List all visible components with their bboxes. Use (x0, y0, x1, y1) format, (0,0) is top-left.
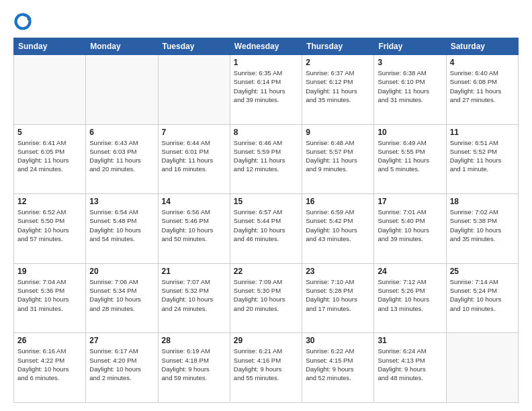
day-info: Sunrise: 6:51 AM Sunset: 5:52 PM Dayligh… (450, 138, 515, 174)
weekday-header-wednesday: Wednesday (230, 38, 302, 55)
day-info: Sunrise: 7:12 AM Sunset: 5:26 PM Dayligh… (378, 277, 442, 313)
calendar-table: SundayMondayTuesdayWednesdayThursdayFrid… (13, 38, 519, 403)
day-number: 12 (17, 197, 82, 206)
day-number: 31 (378, 336, 442, 345)
day-info: Sunrise: 7:02 AM Sunset: 5:38 PM Dayligh… (450, 208, 515, 243)
weekday-header-saturday: Saturday (446, 38, 518, 55)
day-number: 21 (162, 267, 226, 276)
day-number: 24 (378, 267, 442, 276)
day-cell: 23Sunrise: 7:10 AM Sunset: 5:28 PM Dayli… (302, 263, 374, 333)
day-number: 9 (306, 128, 370, 137)
day-number: 26 (17, 336, 82, 345)
weekday-header-tuesday: Tuesday (158, 38, 230, 55)
week-row-2: 5Sunrise: 6:41 AM Sunset: 6:05 PM Daylig… (14, 124, 519, 194)
day-cell: 30Sunrise: 6:22 AM Sunset: 4:15 PM Dayli… (302, 333, 374, 403)
day-cell (446, 333, 518, 403)
day-cell: 16Sunrise: 6:59 AM Sunset: 5:42 PM Dayli… (302, 194, 374, 264)
day-info: Sunrise: 6:17 AM Sunset: 4:20 PM Dayligh… (89, 347, 154, 382)
day-cell: 3Sunrise: 6:38 AM Sunset: 6:10 PM Daylig… (374, 55, 446, 125)
day-number: 8 (234, 128, 298, 137)
day-cell: 4Sunrise: 6:40 AM Sunset: 6:08 PM Daylig… (446, 55, 518, 125)
weekday-header-sunday: Sunday (14, 38, 86, 55)
day-info: Sunrise: 6:59 AM Sunset: 5:42 PM Dayligh… (306, 208, 370, 243)
day-number: 11 (450, 128, 515, 137)
day-number: 30 (306, 336, 370, 345)
day-number: 23 (306, 267, 370, 276)
day-cell: 14Sunrise: 6:56 AM Sunset: 5:46 PM Dayli… (158, 194, 230, 264)
day-number: 19 (17, 267, 82, 276)
day-info: Sunrise: 6:38 AM Sunset: 6:10 PM Dayligh… (378, 68, 442, 104)
day-info: Sunrise: 6:57 AM Sunset: 5:44 PM Dayligh… (234, 208, 298, 243)
week-row-3: 12Sunrise: 6:52 AM Sunset: 5:50 PM Dayli… (14, 194, 519, 264)
logo-icon (13, 12, 32, 31)
page: SundayMondayTuesdayWednesdayThursdayFrid… (0, 0, 532, 411)
day-number: 14 (162, 197, 226, 206)
day-number: 20 (89, 267, 154, 276)
day-info: Sunrise: 7:10 AM Sunset: 5:28 PM Dayligh… (306, 277, 370, 313)
day-info: Sunrise: 6:44 AM Sunset: 6:01 PM Dayligh… (162, 138, 226, 174)
day-number: 22 (234, 267, 298, 276)
day-cell (14, 55, 86, 125)
day-number: 15 (234, 197, 298, 206)
logo (13, 12, 35, 31)
day-cell: 20Sunrise: 7:06 AM Sunset: 5:34 PM Dayli… (86, 263, 158, 333)
day-number: 3 (378, 58, 442, 67)
day-cell: 31Sunrise: 6:24 AM Sunset: 4:13 PM Dayli… (374, 333, 446, 403)
day-number: 2 (306, 58, 370, 67)
day-info: Sunrise: 6:21 AM Sunset: 4:16 PM Dayligh… (234, 347, 298, 382)
day-cell: 1Sunrise: 6:35 AM Sunset: 6:14 PM Daylig… (230, 55, 302, 125)
day-number: 16 (306, 197, 370, 206)
day-number: 1 (234, 58, 298, 67)
day-cell: 10Sunrise: 6:49 AM Sunset: 5:55 PM Dayli… (374, 124, 446, 194)
day-cell: 18Sunrise: 7:02 AM Sunset: 5:38 PM Dayli… (446, 194, 518, 264)
day-info: Sunrise: 6:56 AM Sunset: 5:46 PM Dayligh… (162, 208, 226, 243)
day-cell: 27Sunrise: 6:17 AM Sunset: 4:20 PM Dayli… (86, 333, 158, 403)
day-cell: 25Sunrise: 7:14 AM Sunset: 5:24 PM Dayli… (446, 263, 518, 333)
day-cell: 26Sunrise: 6:16 AM Sunset: 4:22 PM Dayli… (14, 333, 86, 403)
week-row-1: 1Sunrise: 6:35 AM Sunset: 6:14 PM Daylig… (14, 55, 519, 125)
day-info: Sunrise: 6:49 AM Sunset: 5:55 PM Dayligh… (378, 138, 442, 174)
day-info: Sunrise: 6:52 AM Sunset: 5:50 PM Dayligh… (17, 208, 82, 243)
day-cell: 11Sunrise: 6:51 AM Sunset: 5:52 PM Dayli… (446, 124, 518, 194)
day-info: Sunrise: 7:04 AM Sunset: 5:36 PM Dayligh… (17, 277, 82, 313)
day-number: 10 (378, 128, 442, 137)
day-number: 17 (378, 197, 442, 206)
day-cell: 2Sunrise: 6:37 AM Sunset: 6:12 PM Daylig… (302, 55, 374, 125)
day-cell: 9Sunrise: 6:48 AM Sunset: 5:57 PM Daylig… (302, 124, 374, 194)
day-cell: 22Sunrise: 7:09 AM Sunset: 5:30 PM Dayli… (230, 263, 302, 333)
week-row-5: 26Sunrise: 6:16 AM Sunset: 4:22 PM Dayli… (14, 333, 519, 403)
day-cell: 8Sunrise: 6:46 AM Sunset: 5:59 PM Daylig… (230, 124, 302, 194)
day-number: 18 (450, 197, 515, 206)
day-info: Sunrise: 6:37 AM Sunset: 6:12 PM Dayligh… (306, 68, 370, 104)
day-cell: 15Sunrise: 6:57 AM Sunset: 5:44 PM Dayli… (230, 194, 302, 264)
day-cell: 24Sunrise: 7:12 AM Sunset: 5:26 PM Dayli… (374, 263, 446, 333)
day-number: 29 (234, 336, 298, 345)
day-info: Sunrise: 7:07 AM Sunset: 5:32 PM Dayligh… (162, 277, 226, 313)
day-number: 7 (162, 128, 226, 137)
day-info: Sunrise: 7:09 AM Sunset: 5:30 PM Dayligh… (234, 277, 298, 313)
day-info: Sunrise: 6:43 AM Sunset: 6:03 PM Dayligh… (89, 138, 154, 174)
day-cell: 6Sunrise: 6:43 AM Sunset: 6:03 PM Daylig… (86, 124, 158, 194)
day-cell: 28Sunrise: 6:19 AM Sunset: 4:18 PM Dayli… (158, 333, 230, 403)
day-number: 27 (89, 336, 154, 345)
day-cell: 7Sunrise: 6:44 AM Sunset: 6:01 PM Daylig… (158, 124, 230, 194)
day-number: 13 (89, 197, 154, 206)
day-cell: 13Sunrise: 6:54 AM Sunset: 5:48 PM Dayli… (86, 194, 158, 264)
day-info: Sunrise: 7:06 AM Sunset: 5:34 PM Dayligh… (89, 277, 154, 313)
day-cell: 5Sunrise: 6:41 AM Sunset: 6:05 PM Daylig… (14, 124, 86, 194)
day-cell: 12Sunrise: 6:52 AM Sunset: 5:50 PM Dayli… (14, 194, 86, 264)
day-info: Sunrise: 6:54 AM Sunset: 5:48 PM Dayligh… (89, 208, 154, 243)
weekday-header-thursday: Thursday (302, 38, 374, 55)
day-info: Sunrise: 6:41 AM Sunset: 6:05 PM Dayligh… (17, 138, 82, 174)
day-cell: 17Sunrise: 7:01 AM Sunset: 5:40 PM Dayli… (374, 194, 446, 264)
day-info: Sunrise: 7:01 AM Sunset: 5:40 PM Dayligh… (378, 208, 442, 243)
day-info: Sunrise: 6:48 AM Sunset: 5:57 PM Dayligh… (306, 138, 370, 174)
header (13, 12, 519, 31)
day-number: 5 (17, 128, 82, 137)
day-cell: 19Sunrise: 7:04 AM Sunset: 5:36 PM Dayli… (14, 263, 86, 333)
weekday-header-row: SundayMondayTuesdayWednesdayThursdayFrid… (14, 38, 519, 55)
day-number: 6 (89, 128, 154, 137)
day-info: Sunrise: 6:16 AM Sunset: 4:22 PM Dayligh… (17, 347, 82, 382)
weekday-header-friday: Friday (374, 38, 446, 55)
day-cell (158, 55, 230, 125)
